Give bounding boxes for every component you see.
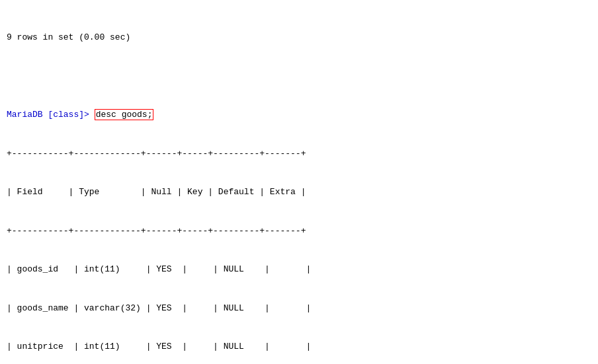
prompt-desc: MariaDB [class]> desc goods; — [7, 108, 591, 122]
sep-2: +-----------+-------------+------+-----+… — [7, 225, 591, 238]
row-goods-id: | goods_id | int(11) | YES | | NULL | | — [7, 263, 591, 276]
terminal: 9 rows in set (0.00 sec) MariaDB [class]… — [0, 0, 598, 364]
result-rows-1: 9 rows in set (0.00 sec) — [7, 31, 591, 44]
blank-1 — [7, 70, 591, 83]
cmd-desc: desc goods; — [95, 109, 154, 120]
sep-1: +-----------+-------------+------+-----+… — [7, 147, 591, 161]
row-unitprice: | unitprice | int(11) | YES | | NULL | | — [7, 340, 591, 353]
row-goods-name: | goods_name | varchar(32) | YES | | NUL… — [7, 302, 591, 315]
table-header: | Field | Type | Null | Key | Default | … — [7, 186, 591, 199]
